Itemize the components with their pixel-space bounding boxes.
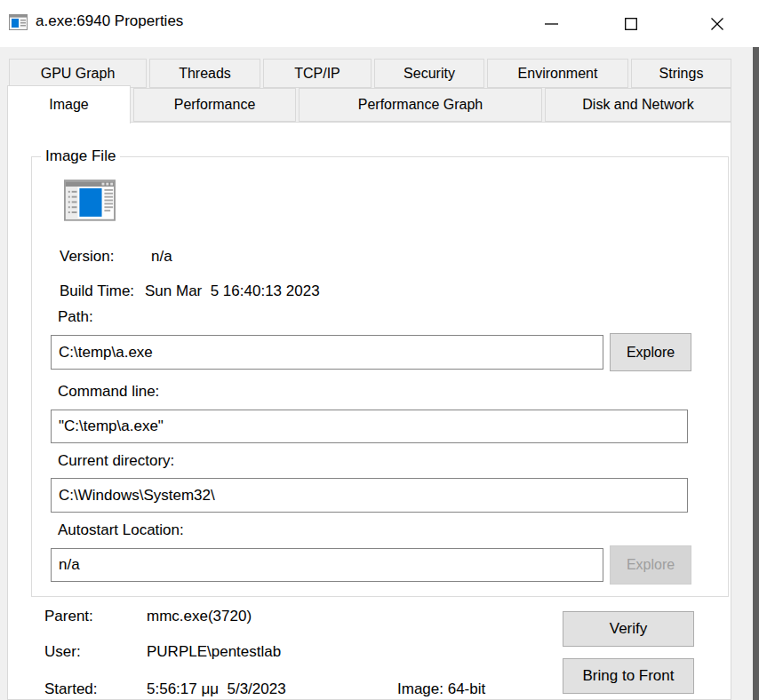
started-label: Started:: [44, 680, 98, 698]
maximize-icon: [625, 18, 637, 30]
groupbox-title: Image File: [41, 147, 120, 165]
maximize-button[interactable]: [611, 0, 651, 47]
executable-file-icon: [64, 179, 116, 221]
bring-to-front-button[interactable]: Bring to Front: [563, 658, 694, 694]
path-label: Path:: [58, 308, 93, 326]
tab-gpu-graph[interactable]: GPU Graph: [9, 59, 147, 88]
tab-environment[interactable]: Environment: [487, 59, 628, 88]
user-value: PURPLE\pentestlab: [147, 643, 281, 661]
minimize-icon: [545, 23, 558, 25]
version-label: Version:: [60, 248, 114, 266]
started-value: 5:56:17 μμ 5/3/2023: [147, 680, 286, 698]
tab-image[interactable]: Image: [7, 85, 131, 123]
tab-security[interactable]: Security: [374, 59, 484, 88]
tab-threads[interactable]: Threads: [149, 59, 260, 88]
user-label: User:: [44, 643, 81, 661]
properties-window: a.exe:6940 Properties GPU Graph Threads …: [0, 0, 759, 700]
title-bar: a.exe:6940 Properties: [0, 0, 759, 47]
command-line-field[interactable]: [51, 410, 688, 443]
autostart-location-label: Autostart Location:: [58, 521, 184, 539]
window-title: a.exe:6940 Properties: [36, 12, 183, 30]
tab-disk-and-network[interactable]: Disk and Network: [545, 88, 731, 122]
close-icon: [711, 18, 723, 30]
image-bits-value: Image: 64-bit: [397, 680, 485, 698]
window-right-border: [753, 47, 759, 700]
parent-value: mmc.exe(3720): [147, 608, 252, 625]
current-directory-label: Current directory:: [58, 452, 174, 470]
explore-path-button[interactable]: Explore: [610, 333, 691, 371]
command-line-label: Command line:: [58, 383, 159, 401]
verify-button[interactable]: Verify: [563, 611, 694, 647]
app-window-icon[interactable]: [9, 14, 28, 30]
current-directory-field[interactable]: [51, 478, 688, 513]
tab-performance-graph[interactable]: Performance Graph: [299, 88, 542, 122]
version-value: n/a: [151, 248, 172, 266]
tab-tcpip[interactable]: TCP/IP: [263, 59, 372, 88]
build-time-label: Build Time:: [60, 282, 134, 300]
parent-label: Parent:: [44, 608, 93, 625]
explore-autostart-button[interactable]: Explore: [610, 545, 691, 585]
path-field[interactable]: [51, 335, 603, 370]
close-button[interactable]: [697, 0, 738, 47]
tab-strings[interactable]: Strings: [631, 59, 731, 88]
tab-performance[interactable]: Performance: [133, 88, 296, 122]
build-time-value: Sun Mar 5 16:40:13 2023: [145, 282, 320, 300]
autostart-location-field[interactable]: [51, 548, 603, 582]
minimize-button[interactable]: [531, 0, 571, 47]
